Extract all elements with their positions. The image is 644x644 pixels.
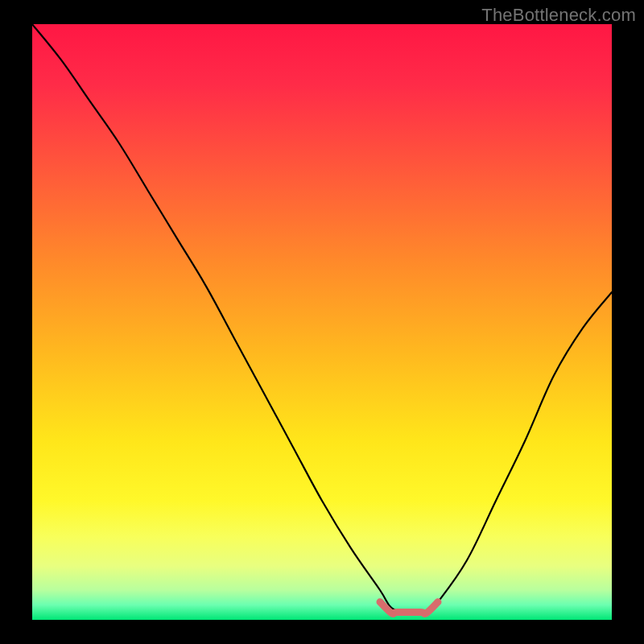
chart-svg: [32, 24, 612, 620]
plot-area: [32, 24, 612, 620]
chart-container: TheBottleneck.com: [0, 0, 644, 644]
chart-background: [32, 24, 612, 620]
watermark-text: TheBottleneck.com: [481, 5, 636, 26]
